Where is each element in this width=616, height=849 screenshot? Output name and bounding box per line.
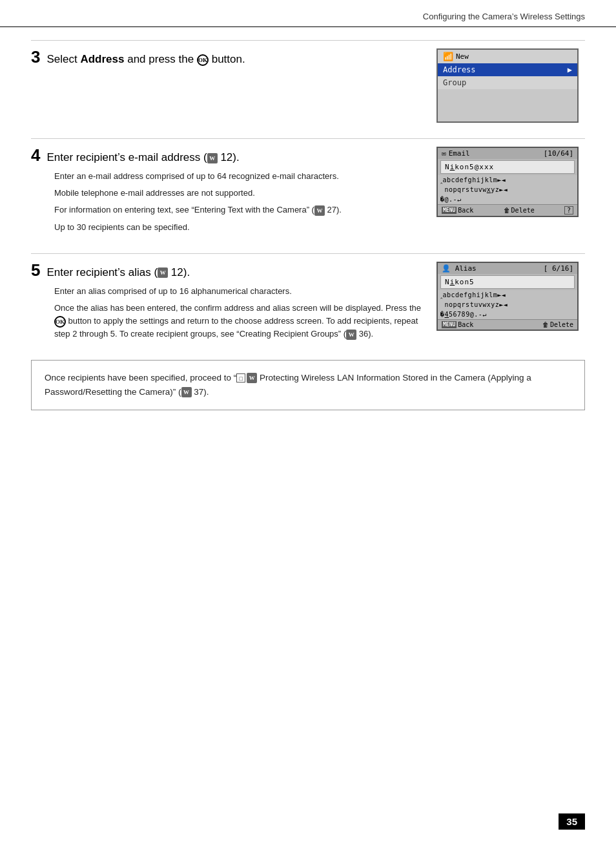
group-item: Group (438, 76, 577, 89)
step-5-para2: Once the alias has been entered, the con… (54, 302, 424, 341)
alias-footer-delete-btn: 🗑 Delete (542, 321, 573, 328)
step-4-row: 4 Enter recipient’s e-mail address (W 12… (31, 138, 585, 238)
ok-button-icon-s5: OK (54, 316, 66, 328)
email-screen-footer: MENU Back 🗑 Delete ? (438, 204, 577, 216)
step-3-title-line: 3 Select Address and press the OK button… (31, 48, 424, 67)
ref-icon-step5-p2: W (346, 330, 356, 340)
step-4-title-line: 4 Enter recipient’s e-mail address (W 12… (31, 147, 424, 165)
kbd-row1: ‸abcdefghijklm►◄ (438, 175, 577, 185)
step-5-title: Enter recipient’s alias (W 12). (46, 266, 190, 280)
trash-icon: 🗑 (504, 207, 510, 214)
email-input-row: Nikon5@xxx (440, 160, 575, 174)
alias-screen-footer: MENU Back 🗑 Delete (438, 319, 577, 330)
alias-header: 👤 Alias [ 6/16] (438, 263, 577, 274)
email-input-value: Nikon5@xxx (445, 163, 539, 171)
step-5-row: 5 Enter recipient’s alias (W 12). Enter … (31, 253, 585, 345)
alias-kbd-row3: �456789@.-↵ (438, 309, 577, 319)
step-3-title: Select Address and press the OK button. (46, 52, 245, 67)
notice-text: Once recipients have been specified, pro… (45, 373, 531, 397)
alias-kbd-row2: nopqrstuvwxyz►◄ (438, 300, 577, 309)
email-counter: [10/64] (544, 149, 573, 158)
alias-kbd-row1-text: ‸abcdefghijklm►◄ (440, 291, 506, 299)
step-4-screen-container: ✉ Email [10/64] Nikon5@xxx ‸abcdefghijkl… (436, 147, 585, 217)
step-5-screen-container: 👤 Alias [ 6/16] Nikon5 ‸abcdefghijklm►◄ … (436, 262, 585, 331)
alias-trash-icon: 🗑 (542, 321, 549, 328)
step-3-camera-screen: 📶 New Address ▶ Group (436, 48, 579, 123)
step-4-email-screen: ✉ Email [10/64] Nikon5@xxx ‸abcdefghijkl… (436, 147, 579, 217)
notice-ref-icon: W (247, 373, 257, 383)
alias-menu-icon: MENU (442, 321, 457, 328)
alias-kbd-row3-text: �456789@.-↵ (440, 311, 487, 318)
kbd-row2-text: nopqrstuvwxyz►◄ (440, 186, 508, 193)
address-label: Address (443, 65, 476, 74)
alias-label: Alias (455, 264, 477, 273)
step-3-bold: Address (80, 53, 124, 65)
alias-footer-back-btn: MENU Back (442, 321, 473, 328)
wifi-icon: 📶 (443, 52, 453, 61)
footer-delete-btn: 🗑 Delete (504, 206, 535, 215)
alias-input-row: Nikon5 (440, 275, 575, 289)
page-header: Configuring the Camera’s Wireless Settin… (0, 0, 616, 27)
step-4-para4: Up to 30 recipients can be specified. (54, 221, 424, 234)
kbd-row2: nopqrstuvwxyz►◄ (438, 185, 577, 194)
address-selected-item: Address ▶ (438, 63, 577, 76)
ref-icon-step4-p3: W (314, 205, 325, 216)
person-icon: 👤 (442, 264, 451, 273)
ok-button-icon: OK (197, 54, 209, 66)
alias-header-left: 👤 Alias (442, 264, 477, 273)
step-4-para3: For information on entering text, see “E… (54, 204, 424, 216)
step-4-body: Enter an e-mail address comprised of up … (54, 170, 424, 234)
screen-new-item: 📶 New (438, 50, 577, 63)
ref-icon-step4: W (207, 153, 218, 163)
envelope-icon: ✉ (442, 149, 446, 158)
help-icon: ? (564, 206, 573, 215)
notice-ref-group: □W (236, 373, 257, 383)
notice-tab-icon: □ (236, 373, 245, 383)
footer-back-btn: MENU Back (442, 206, 473, 215)
email-header-left: ✉ Email (442, 149, 470, 158)
alias-kbd-row2-text: nopqrstuvwxyz►◄ (440, 301, 508, 308)
group-label: Group (443, 78, 466, 87)
step-4-title: Enter recipient’s e-mail address (W 12). (46, 151, 239, 165)
ref-icon-step5: W (158, 267, 168, 278)
page-number-box: 35 (559, 813, 585, 830)
step-3-left: 3 Select Address and press the OK button… (31, 48, 436, 72)
main-content: 3 Select Address and press the OK button… (0, 27, 616, 436)
page-number: 35 (566, 816, 577, 827)
step-3-screen-container: 📶 New Address ▶ Group (436, 48, 585, 123)
alias-back-label: Back (458, 321, 473, 328)
email-header: ✉ Email [10/64] (438, 148, 577, 159)
alias-delete-label: Delete (550, 321, 573, 328)
alias-counter: [ 6/16] (544, 264, 573, 273)
screen-spacer (438, 89, 577, 121)
notice-ref-icon-2: W (181, 387, 192, 397)
footer-help-btn: ? (564, 206, 573, 215)
step-4-para2: Mobile telephone e-mail addresses are no… (54, 187, 424, 200)
step-3-number: 3 (31, 48, 40, 65)
kbd-row3: �@.-↵ (438, 194, 577, 204)
alias-kbd-row1: ‸abcdefghijklm►◄ (438, 290, 577, 300)
new-label: New (456, 52, 469, 61)
menu-icon: MENU (442, 207, 457, 214)
step-5-number: 5 (31, 262, 40, 278)
notice-box: Once recipients have been specified, pro… (31, 360, 585, 410)
kbd-row1-text: ‸abcdefghijklm►◄ (440, 176, 506, 183)
kbd-row3-text: �@.-↵ (440, 196, 462, 203)
step-5-title-line: 5 Enter recipient’s alias (W 12). (31, 262, 424, 280)
header-title: Configuring the Camera’s Wireless Settin… (423, 12, 585, 21)
step-4-para1: Enter an e-mail address comprised of up … (54, 170, 424, 183)
delete-label: Delete (511, 207, 535, 214)
step-5-alias-screen: 👤 Alias [ 6/16] Nikon5 ‸abcdefghijklm►◄ … (436, 262, 579, 331)
step-4-number: 4 (31, 147, 40, 163)
step-5-left: 5 Enter recipient’s alias (W 12). Enter … (31, 262, 436, 345)
step-4-left: 4 Enter recipient’s e-mail address (W 12… (31, 147, 436, 238)
step-3-row: 3 Select Address and press the OK button… (31, 40, 585, 123)
email-label: Email (449, 149, 470, 158)
back-label: Back (458, 207, 473, 214)
step-5-para1: Enter an alias comprised of up to 16 alp… (54, 285, 424, 298)
alias-input-value: Nikon5 (445, 278, 529, 286)
step-5-body: Enter an alias comprised of up to 16 alp… (54, 285, 424, 341)
address-chevron-icon: ▶ (568, 65, 572, 74)
